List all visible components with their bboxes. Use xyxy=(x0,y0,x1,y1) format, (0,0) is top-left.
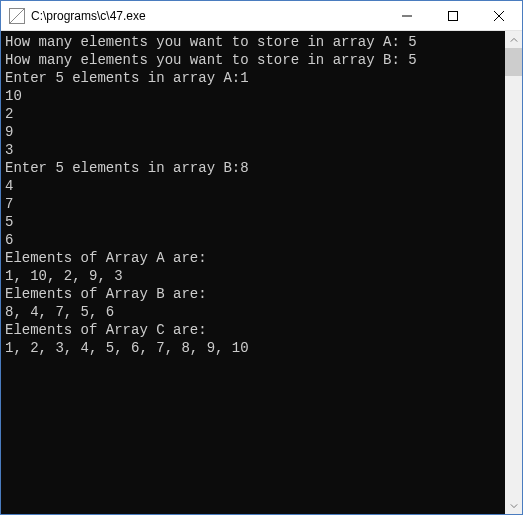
minimize-button[interactable] xyxy=(384,1,430,30)
console-line: 9 xyxy=(5,123,501,141)
console-line: How many elements you want to store in a… xyxy=(5,33,501,51)
console-area: How many elements you want to store in a… xyxy=(1,31,522,514)
console-line: How many elements you want to store in a… xyxy=(5,51,501,69)
vertical-scrollbar[interactable] xyxy=(505,31,522,514)
scroll-thumb[interactable] xyxy=(505,48,522,76)
console-line: 10 xyxy=(5,87,501,105)
console-line: Elements of Array B are: xyxy=(5,285,501,303)
window-controls xyxy=(384,1,522,30)
console-line: 1, 2, 3, 4, 5, 6, 7, 8, 9, 10 xyxy=(5,339,501,357)
console-line: 7 xyxy=(5,195,501,213)
scroll-track[interactable] xyxy=(505,48,522,497)
console-line: 1, 10, 2, 9, 3 xyxy=(5,267,501,285)
console-line: 8, 4, 7, 5, 6 xyxy=(5,303,501,321)
console-line: 2 xyxy=(5,105,501,123)
console-line: 6 xyxy=(5,231,501,249)
maximize-button[interactable] xyxy=(430,1,476,30)
console-line: Enter 5 elements in array A:1 xyxy=(5,69,501,87)
console-line: Elements of Array C are: xyxy=(5,321,501,339)
console-line: 3 xyxy=(5,141,501,159)
scroll-down-button[interactable] xyxy=(505,497,522,514)
app-icon xyxy=(9,8,25,24)
svg-rect-1 xyxy=(449,11,458,20)
console-line: 4 xyxy=(5,177,501,195)
window-title: C:\programs\c\47.exe xyxy=(31,9,384,23)
titlebar[interactable]: C:\programs\c\47.exe xyxy=(1,1,522,31)
console-line: 5 xyxy=(5,213,501,231)
scroll-up-button[interactable] xyxy=(505,31,522,48)
console-line: Elements of Array A are: xyxy=(5,249,501,267)
console-output[interactable]: How many elements you want to store in a… xyxy=(1,31,505,514)
console-line: Enter 5 elements in array B:8 xyxy=(5,159,501,177)
close-button[interactable] xyxy=(476,1,522,30)
window: C:\programs\c\47.exe How many elements y… xyxy=(0,0,523,515)
